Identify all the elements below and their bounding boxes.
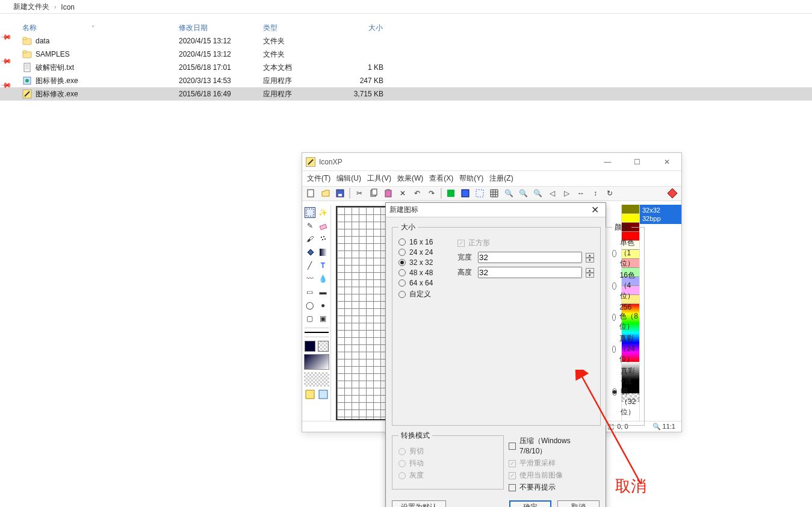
open-icon[interactable] [320,188,331,199]
minimize-button[interactable]: — [594,154,621,170]
color-swatch[interactable] [305,341,329,352]
text-tool[interactable]: T [318,260,329,271]
line-weight-preview[interactable] [305,332,329,333]
arrow-v-icon[interactable]: ↕ [590,188,601,199]
format-list[interactable]: 32x32 32bpp [639,205,681,421]
cancel-button[interactable]: 取消 [557,500,600,507]
col-date[interactable]: 修改日期 [179,23,263,33]
colors-legend: 颜色 [612,222,631,232]
rect-fill-tool[interactable]: ▬ [318,287,329,297]
arrow-right-icon[interactable]: ▷ [561,188,572,199]
file-row[interactable]: 图标替换.exe 2020/3/13 14:53 应用程序 247 KB [0,74,812,87]
size-64[interactable]: 64 x 64 [398,279,451,287]
file-type: 应用程序 [263,89,335,99]
eyedropper-tool[interactable]: 💧 [318,273,329,284]
menu-tools[interactable]: 工具(V) [367,173,391,184]
curve-tool[interactable]: 〰 [305,273,315,284]
delete-icon[interactable]: ✕ [397,188,408,199]
new-icon[interactable] [306,188,317,199]
svg-rect-27 [320,249,327,256]
width-field[interactable] [478,252,582,263]
breadcrumb-current[interactable]: Icon [61,3,75,11]
cur-format-icon[interactable] [318,389,329,400]
menu-view[interactable]: 查看(X) [429,173,453,184]
no-remind-checkbox[interactable]: 不要再提示 [509,482,600,493]
size-48[interactable]: 48 x 48 [398,269,451,277]
brush-tool[interactable]: 🖌 [305,234,315,244]
column-headers[interactable]: 名称 修改日期 类型 大小 ˄ [0,21,812,34]
ellipse-tool[interactable]: ◯ [305,300,315,311]
col-type[interactable]: 类型 [263,23,335,33]
maximize-button[interactable]: ☐ [624,154,651,170]
dialog-titlebar[interactable]: 新建图标 ✕ [386,203,606,217]
roundrect-fill-tool[interactable]: ▣ [318,313,329,324]
color-32bit[interactable]: 真彩+透明（32位） [612,366,638,417]
menu-help[interactable]: 帮助(Y) [459,173,483,184]
save-icon[interactable] [335,188,346,199]
file-row-selected[interactable]: 图标修改.exe 2015/6/18 16:49 应用程序 3,715 KB [0,87,812,101]
size-16[interactable]: 16 x 16 [398,238,451,246]
close-button[interactable]: ✕ [653,154,680,170]
bg-color-icon[interactable] [460,188,471,199]
compress-checkbox[interactable]: 压缩（Windows 7/8/10） [509,436,600,456]
paste-icon[interactable] [383,188,394,199]
breadcrumb-parent[interactable]: 新建文件夹 [13,2,49,12]
colors-group: 颜色 单色（1位） 16色（4位） 256色（8位） 真彩（24位） 真彩+透明… [606,222,645,426]
rotate-icon[interactable]: ↻ [604,188,615,199]
redo-icon[interactable]: ↷ [426,188,437,199]
menu-effects[interactable]: 效果(W) [397,173,423,184]
file-row[interactable]: 破解密钥.txt 2015/6/18 17:01 文本文档 1 KB [0,61,812,74]
eraser-tool[interactable] [318,220,329,231]
breadcrumb[interactable]: 新建文件夹 › Icon [13,2,75,12]
pencil-tool[interactable]: ✎ [305,220,315,231]
set-default-button[interactable]: 设置为默认 [392,500,446,507]
spray-tool[interactable] [318,234,329,244]
menu-bar[interactable]: 文件(T) 编辑(U) 工具(V) 效果(W) 查看(X) 帮助(Y) 注册(Z… [302,171,681,187]
roundrect-tool[interactable]: ▢ [305,313,315,324]
ellipse-fill-tool[interactable]: ● [318,300,329,311]
width-spinner[interactable]: ▴▾ [586,253,594,263]
svg-point-23 [321,237,322,238]
grid-icon[interactable] [489,188,500,199]
arrow-h-icon[interactable]: ↔ [575,188,586,199]
file-row[interactable]: data 2020/4/15 13:12 文件夹 [0,34,812,48]
gradient-preview[interactable] [304,354,329,370]
height-label: 高度 [457,267,474,278]
copy-icon[interactable] [368,188,379,199]
color-4bit[interactable]: 16色（4位） [612,270,638,301]
col-size[interactable]: 大小 [335,23,383,33]
close-icon[interactable]: ✕ [587,205,602,215]
gradient-tool[interactable] [318,247,329,258]
zoom-in-icon[interactable]: 🔍 [503,188,514,199]
fg-color-icon[interactable] [445,188,456,199]
color-1bit[interactable]: 单色（1位） [612,238,638,269]
help-icon[interactable] [667,188,678,199]
select-all-icon[interactable] [474,188,485,199]
cut-icon[interactable]: ✂ [354,188,365,199]
size-32[interactable]: 32 x 32 [398,258,451,267]
zoom-out-icon[interactable]: 🔍 [518,188,528,199]
undo-icon[interactable]: ↶ [412,188,423,199]
color-24bit[interactable]: 真彩（24位） [612,334,638,364]
file-row[interactable]: SAMPLES 2020/4/15 13:12 文件夹 [0,48,812,61]
ok-button[interactable]: 确定 [509,500,551,507]
menu-edit[interactable]: 编辑(U) [336,173,361,184]
marquee-tool[interactable] [305,207,315,218]
size-custom[interactable]: 自定义 [398,289,451,299]
title-bar[interactable]: IconXP — ☐ ✕ [302,153,681,171]
wand-tool[interactable]: ✨ [318,207,329,218]
col-name[interactable]: 名称 [22,23,179,33]
format-item-selected[interactable]: 32x32 32bpp [640,205,681,224]
arrow-left-icon[interactable]: ◁ [547,188,557,199]
ico-format-icon[interactable] [305,389,315,400]
zoom-fit-icon[interactable]: 🔍 [532,188,543,199]
line-tool[interactable]: ╱ [305,260,315,271]
menu-file[interactable]: 文件(T) [307,173,330,184]
bucket-tool[interactable] [305,247,315,258]
size-24[interactable]: 24 x 24 [398,248,451,257]
menu-register[interactable]: 注册(Z) [489,173,513,184]
height-spinner[interactable]: ▴▾ [586,268,594,278]
height-field[interactable] [478,267,582,278]
color-8bit[interactable]: 256色（8位） [612,303,638,332]
rect-tool[interactable]: ▭ [305,287,315,297]
